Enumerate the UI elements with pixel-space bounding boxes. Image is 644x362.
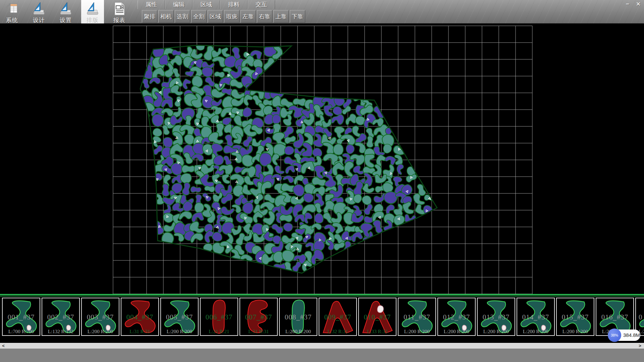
ribbon-bar: 系统设计设置排版报表 属性编辑区域排料交互 聚排相机选割全割区域瑕疵左靠右靠上靠… [0,0,644,23]
gear-table-icon [1,1,23,16]
piece-count-label: L:132 R:132 [42,329,79,335]
tab-2[interactable]: 设计 [28,0,50,23]
tab-5[interactable]: 报表 [108,0,131,23]
piece-id-label: 002_#37 [42,313,79,321]
piece-thumbnail-14[interactable]: 014_#37L:200 R:200 [517,298,555,336]
tool-button-5[interactable]: 区域 [208,10,223,23]
piece-id-label: 004_#37 [121,313,158,321]
piece-thumbnail-7[interactable]: 007_#37L:31 R:31 [239,298,278,336]
piece-id-label: 006_#37 [201,313,237,321]
nesting-canvas[interactable] [0,23,644,294]
status-footer [0,349,644,362]
piece-count-label: L:200 R:200 [557,329,594,335]
piece-count-label: L:200 R:200 [517,329,554,335]
memory-amount-label: 384.8M [623,329,640,341]
menu-item-2[interactable]: 编辑 [165,0,193,9]
tool-button-1[interactable]: 聚排 [142,10,157,23]
tool-button-9[interactable]: 上靠 [273,10,289,23]
piece-id-label: 001_#37 [3,313,40,321]
tab-label: 排版 [81,16,104,24]
piece-thumbnail-5[interactable]: 005_#37L:200 R:200 [160,298,199,336]
piece-thumbnail-11[interactable]: 011_#37L:200 R:200 [398,298,436,336]
tool-button-4[interactable]: 全割 [191,10,207,23]
piece-id-label: 014_#37 [517,313,554,321]
memory-percent-circle: 38% [608,328,621,342]
close-button[interactable]: ✕ [634,1,643,8]
piece-thumbnail-4[interactable]: 004_#37L:31 R:31 [121,298,159,336]
piece-id-label: 009_#37 [319,313,356,321]
piece-count-label: L:200 R:200 [280,329,317,335]
piece-count-label: L:33 R:33 [359,329,396,335]
tab-label: 设计 [28,16,50,24]
tool-button-3[interactable]: 选割 [175,10,190,23]
piece-thumbnail-3[interactable]: 003_#37L:200 R:200 [81,298,119,336]
menu-row: 属性编辑区域排料交互 [138,0,275,9]
menu-item-4[interactable]: 排料 [220,0,248,9]
report-icon [108,1,131,16]
scroll-right-arrow-icon[interactable]: > [637,343,643,349]
piece-id-label: 005_#37 [161,313,198,321]
piece-id-label: 010_#37 [359,313,396,321]
minimize-button[interactable]: − [623,1,632,8]
scroll-left-arrow-icon[interactable]: < [1,343,6,349]
tab-label: 设置 [54,16,77,24]
piece-id-label: 007_#37 [240,313,277,321]
piece-thumbnail-1[interactable]: 001_#37L:700 R:700 [2,298,40,336]
tool-button-7[interactable]: 左靠 [240,10,256,23]
ruler-icon [81,1,104,16]
piece-id-label: 011_#37 [398,313,435,321]
piece-thumbnail-13[interactable]: 013_#37L:200 R:200 [477,298,515,336]
piece-id-label: 003_#37 [82,313,119,321]
tab-1[interactable]: 系统 [1,0,23,23]
ruler-icon [28,1,50,16]
window-controls: − ✕ [623,1,643,8]
piece-thumbnail-2[interactable]: 002_#37L:132 R:132 [42,298,80,336]
memory-usage-badge: 38% 384.8M [608,329,640,341]
piece-id-label: 012_#37 [438,313,475,321]
piece-thumbnail-15[interactable]: 015_#37L:200 R:200 [556,298,594,336]
piece-count-label: L:31 R:31 [240,329,277,335]
piece-thumbnail-strip: 001_#37L:700 R:700002_#37L:132 R:132003_… [0,296,644,337]
app-window: { "window": { "minimize_label": "−", "cl… [0,0,644,362]
piece-count-label: L:200 R:200 [438,329,475,335]
piece-id-label: 013_#37 [478,313,515,321]
piece-thumbnail-6[interactable]: 006_#37L:21 R:21 [200,298,238,336]
tool-row: 聚排相机选割全割区域瑕疵左靠右靠上靠下靠 [142,10,306,23]
piece-thumbnail-12[interactable]: 012_#37L:200 R:200 [437,298,476,336]
tab-label: 报表 [108,16,131,24]
piece-count-label: L:21 R:21 [201,329,237,335]
piece-count-label: L:32 R:31 [319,329,356,335]
tab-3[interactable]: 设置 [54,0,77,23]
horizontal-scrollbar[interactable]: < > [0,343,644,349]
piece-count-label: L:700 R:700 [3,329,40,335]
tool-button-2[interactable]: 相机 [158,10,174,23]
piece-thumbnail-10[interactable]: 010_#37L:33 R:33 [358,298,396,336]
piece-count-label: L:200 R:200 [82,329,119,335]
piece-count-label: L:31 R:31 [121,329,158,335]
piece-thumbnail-9[interactable]: 009_#37L:32 R:31 [319,298,357,336]
piece-count-label: L:200 R:200 [478,329,515,335]
piece-thumbnail-8[interactable]: 008_#37L:200 R:200 [279,298,317,336]
strip-separator-line [0,294,644,295]
tab-label: 系统 [1,16,23,24]
menu-item-1[interactable]: 属性 [138,0,165,9]
main-tab-bar: 系统设计设置排版报表 [1,0,135,23]
menu-item-3[interactable]: 区域 [193,0,220,9]
tool-button-10[interactable]: 下靠 [290,10,305,23]
piece-id-label: 016_#37 [596,313,633,321]
tool-button-6[interactable]: 瑕疵 [224,10,239,23]
tab-4[interactable]: 排版 [81,0,104,23]
piece-id-label: 015_#37 [557,313,594,321]
piece-id-label: 008_#37 [280,313,317,321]
piece-id-label: 0 [636,313,644,321]
piece-count-label: L:200 R:200 [398,329,435,335]
tool-button-8[interactable]: 右靠 [257,10,272,23]
ruler-icon [54,1,77,16]
menu-item-5[interactable]: 交互 [248,0,275,9]
piece-count-label: L:200 R:200 [161,329,198,335]
